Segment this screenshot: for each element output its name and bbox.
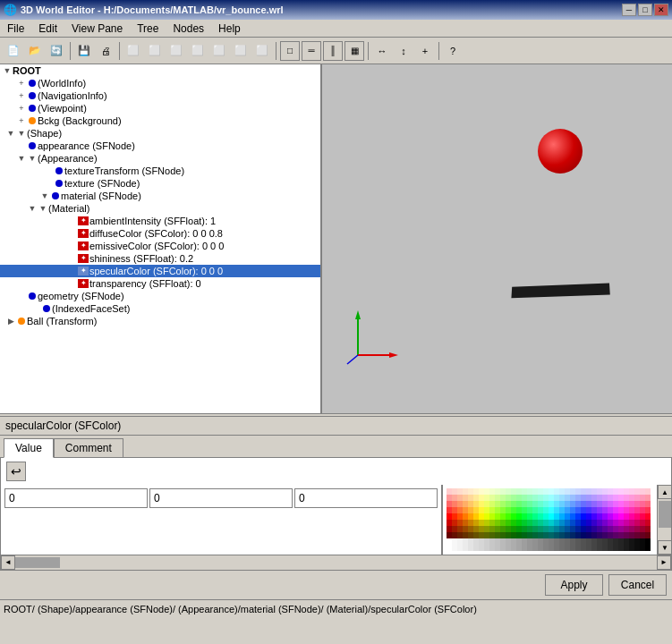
close-button[interactable]: ✕	[654, 4, 668, 16]
toolbar-toggle4[interactable]: ▦	[345, 41, 364, 61]
material-expander[interactable]: ▼	[39, 191, 50, 201]
tree-texturetransform[interactable]: textureTransform (SFNode)	[0, 165, 320, 177]
tree-diffuse[interactable]: ✦ diffuseColor (SFColor): 0 0 0.8	[0, 227, 320, 240]
appnode-expander2[interactable]: ▼	[27, 153, 38, 164]
menu-view-pane[interactable]: View Pane	[64, 21, 130, 37]
tree-indexedfaceset[interactable]: (IndexedFaceSet)	[0, 302, 320, 315]
menu-tree[interactable]: Tree	[130, 21, 166, 37]
tree-material-node[interactable]: ▼ ▼ (Material)	[0, 202, 320, 215]
toolbar-toggle1[interactable]: □	[280, 41, 300, 61]
menu-nodes[interactable]: Nodes	[166, 21, 211, 37]
toolbar-new[interactable]: 📄	[4, 41, 23, 61]
toolbar-refresh[interactable]: 🔄	[47, 41, 66, 61]
tree-root[interactable]: ▼ ROOT	[0, 64, 320, 77]
undo-button[interactable]: ↩	[6, 462, 26, 481]
color-cell[interactable]	[645, 495, 651, 501]
toolbar-shrink[interactable]: ↕	[394, 41, 413, 61]
scroll-thumb[interactable]	[659, 501, 671, 528]
ball-expander[interactable]: ▶	[5, 316, 16, 326]
matnode-expander2[interactable]: ▼	[38, 203, 48, 214]
shape-expander[interactable]: ▼	[5, 128, 16, 139]
toolbar-expand[interactable]: ↔	[372, 41, 392, 61]
menu-help[interactable]: Help	[211, 21, 248, 37]
tree-ball[interactable]: ▶ Ball (Transform)	[0, 315, 320, 327]
toolbar-btn8[interactable]: ⬜	[166, 41, 186, 61]
tree-geometry[interactable]: geometry (SFNode)	[0, 290, 320, 302]
tree-specular[interactable]: ✦ specularColor (SFColor): 0 0 0	[0, 265, 320, 277]
color-cell[interactable]	[645, 501, 651, 507]
toolbar-plus[interactable]: +	[415, 41, 435, 61]
appnode-expander[interactable]: ▼	[16, 153, 27, 164]
toolbar-toggle2[interactable]: ═	[302, 41, 321, 61]
root-expander[interactable]: ▼	[2, 65, 13, 76]
scroll-up-btn[interactable]: ▲	[658, 485, 671, 499]
scroll-left-btn[interactable]: ◄	[1, 555, 15, 570]
value-input-g[interactable]	[149, 488, 293, 508]
color-cell[interactable]	[645, 513, 651, 520]
toolbar-btn6[interactable]: ⬜	[123, 41, 143, 61]
toolbar-open[interactable]: 📂	[25, 41, 45, 61]
toolbar-sep3	[276, 42, 276, 60]
shape-expander2[interactable]: ▼	[16, 128, 27, 139]
tree-bckg[interactable]: + Bckg (Background)	[0, 114, 320, 127]
color-cell[interactable]	[645, 520, 651, 526]
tree-worldinfo[interactable]: + (WorldInfo)	[0, 77, 320, 89]
matnode-expander[interactable]: ▼	[27, 203, 38, 214]
color-cell[interactable]	[645, 532, 651, 538]
toolbar-btn11[interactable]: ⬜	[231, 41, 251, 61]
toolbar-btn12[interactable]: ⬜	[252, 41, 272, 61]
toolbar-help[interactable]: ?	[443, 41, 463, 61]
tree-texture[interactable]: texture (SFNode)	[0, 177, 320, 190]
tree-ambient[interactable]: ✦ ambientIntensity (SFFloat): 1	[0, 215, 320, 227]
viewport[interactable]	[322, 64, 672, 413]
viewpoint-expander[interactable]: +	[16, 103, 27, 114]
toolbar-btn10[interactable]: ⬜	[209, 41, 229, 61]
color-cell[interactable]	[645, 526, 651, 532]
color-cell[interactable]	[645, 545, 651, 551]
texturetransform-label: textureTransform (SFNode)	[64, 165, 184, 176]
menu-file[interactable]: File	[0, 21, 31, 37]
tree-panel: ▼ ROOT + (WorldInfo) + (NavigationInfo) …	[0, 64, 322, 413]
value-input-r[interactable]	[4, 488, 148, 508]
shininess-label: shininess (SFFloat): 0.2	[89, 253, 193, 264]
color-cell[interactable]	[645, 507, 651, 513]
worldinfo-expander[interactable]: +	[16, 78, 27, 89]
tree-material-sfnode[interactable]: ▼ material (SFNode)	[0, 190, 320, 202]
toolbar-toggle3[interactable]: ║	[323, 41, 343, 61]
toolbar-btn7[interactable]: ⬜	[145, 41, 165, 61]
color-grid[interactable]	[442, 485, 657, 555]
bckg-expander[interactable]: +	[16, 115, 27, 126]
main-content: ▼ ROOT + (WorldInfo) + (NavigationInfo) …	[0, 64, 672, 413]
toolbar-btn9[interactable]: ⬜	[188, 41, 208, 61]
navinfo-expander[interactable]: +	[16, 90, 27, 101]
bottom-panel: specularColor (SFColor) Value Comment ↩	[0, 417, 672, 599]
tree-navinfo[interactable]: + (NavigationInfo)	[0, 89, 320, 102]
transparency-label: transparency (SFFloat): 0	[89, 278, 201, 289]
apply-button[interactable]: Apply	[545, 574, 603, 596]
tab-comment[interactable]: Comment	[54, 438, 123, 457]
scroll-h-thumb[interactable]	[15, 557, 60, 568]
tree-appearance[interactable]: appearance (SFNode)	[0, 140, 320, 152]
appearance-dot	[29, 142, 36, 149]
scroll-right-btn[interactable]: ►	[657, 555, 671, 570]
tree-shininess[interactable]: ✦ shininess (SFFloat): 0.2	[0, 252, 320, 265]
scroll-down-btn[interactable]: ▼	[658, 540, 671, 555]
toolbar-print[interactable]: 🖨	[96, 41, 115, 61]
maximize-button[interactable]: □	[638, 4, 652, 16]
cancel-button[interactable]: Cancel	[608, 574, 667, 596]
minimize-button[interactable]: ─	[622, 4, 636, 16]
tree-emissive[interactable]: ✦ emissiveColor (SFColor): 0 0 0	[0, 240, 320, 252]
tab-value[interactable]: Value	[4, 438, 54, 458]
tree-shape[interactable]: ▼ ▼ (Shape)	[0, 127, 320, 140]
color-cell[interactable]	[645, 488, 651, 495]
tree-viewpoint[interactable]: + (Viewpoint)	[0, 102, 320, 114]
emissive-label: emissiveColor (SFColor): 0 0 0	[89, 241, 224, 251]
toolbar-save[interactable]: 💾	[74, 41, 94, 61]
menu-edit[interactable]: Edit	[31, 21, 64, 37]
viewpoint-dot	[29, 105, 36, 112]
color-cell[interactable]	[645, 538, 651, 545]
tree-transparency[interactable]: ✦ transparency (SFFloat): 0	[0, 277, 320, 290]
diffuse-label: diffuseColor (SFColor): 0 0 0.8	[89, 228, 223, 239]
tree-appearance-node[interactable]: ▼ ▼ (Appearance)	[0, 152, 320, 165]
value-input-b[interactable]	[294, 488, 438, 508]
